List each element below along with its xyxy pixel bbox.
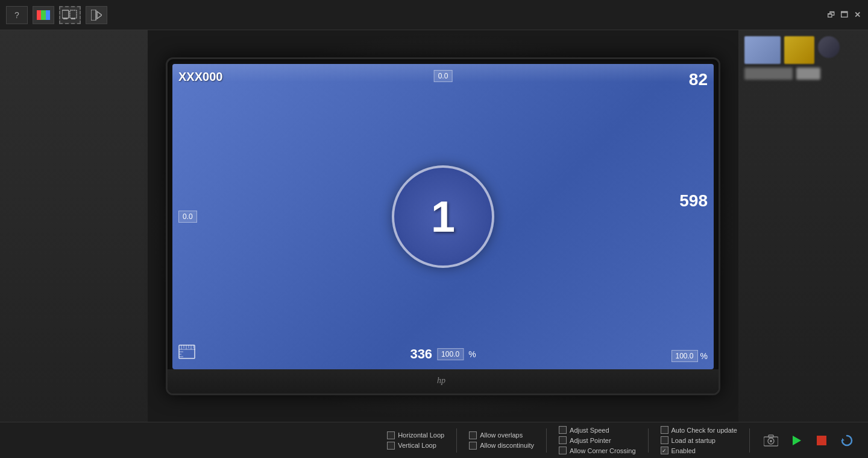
- startup-section: Auto Check for update Load at startup ✓ …: [661, 426, 737, 454]
- action-buttons: [762, 431, 856, 450]
- titlebar: ? 🗗 🗖 ✕: [0, 0, 868, 30]
- svg-marker-25: [793, 436, 801, 445]
- svg-rect-7: [91, 10, 96, 21]
- thumbnail-4: [744, 68, 793, 80]
- divider-3: [648, 428, 649, 453]
- load-at-startup-checkbox[interactable]: [661, 436, 668, 444]
- horizontal-loop-label: Horizontal Loop: [398, 431, 444, 439]
- allow-overlaps-checkbox[interactable]: [469, 431, 477, 439]
- svg-marker-27: [842, 438, 844, 441]
- vertical-loop-item: Vertical Loop: [387, 442, 444, 450]
- thumbnail-3: [818, 36, 840, 58]
- allow-corner-crossing-checkbox[interactable]: [559, 447, 567, 454]
- question-icon[interactable]: ?: [6, 6, 28, 24]
- thumbnail-5: [796, 68, 820, 80]
- loop-section: Horizontal Loop Vertical Loop: [387, 431, 444, 450]
- svg-rect-2: [46, 10, 50, 20]
- play-button[interactable]: [787, 431, 805, 450]
- svg-point-24: [770, 440, 772, 442]
- adjust-pointer-checkbox[interactable]: [559, 436, 567, 444]
- enabled-label: Enabled: [671, 447, 696, 454]
- thumbnail-2: [784, 36, 814, 64]
- vertical-loop-checkbox[interactable]: [387, 442, 395, 450]
- svg-rect-0: [37, 10, 41, 20]
- svg-rect-5: [70, 10, 77, 18]
- toolbar-icons: ?: [6, 6, 107, 24]
- allow-discontinuity-checkbox[interactable]: [469, 442, 477, 450]
- screen-right-input: 100.0: [671, 350, 698, 362]
- screen-right-symbol: %: [700, 351, 708, 361]
- load-at-startup-item: Load at startup: [661, 436, 737, 444]
- screen-id-label: XXX000: [178, 70, 222, 84]
- auto-check-update-label: Auto Check for update: [671, 427, 737, 434]
- auto-check-update-checkbox[interactable]: [661, 426, 668, 434]
- overlap-section: Allow overlaps Allow discontinuity: [469, 431, 534, 450]
- dual-monitor-icon[interactable]: [59, 6, 81, 24]
- window-controls: 🗗 🗖 ✕: [826, 10, 862, 20]
- adjust-pointer-item: Adjust Pointer: [559, 436, 635, 444]
- main-area: XXX000 0.0 82 0.0 1 598 100.0 %: [0, 30, 868, 422]
- screen-bottom-input: 100.0: [437, 348, 464, 360]
- enabled-checkbox[interactable]: ✓: [661, 447, 668, 454]
- screen-bottom-center-group: 336 100.0 %: [410, 346, 476, 362]
- thumbnail-row-1: [744, 36, 862, 64]
- auto-check-update-item: Auto Check for update: [661, 426, 737, 434]
- screen-top-center-value: 0.0: [434, 70, 453, 82]
- horizontal-loop-checkbox[interactable]: [387, 431, 395, 439]
- thumbnail-1: [744, 36, 781, 64]
- allow-discontinuity-label: Allow discontinuity: [480, 442, 534, 449]
- monitor-color-icon[interactable]: [33, 6, 54, 24]
- svg-rect-1: [41, 10, 46, 20]
- thumbnail-row-2: [744, 68, 862, 80]
- screen-circle-number: 1: [431, 192, 455, 241]
- monitor-bottom-bezel: hp: [168, 369, 719, 393]
- svg-text:hp: hp: [437, 376, 445, 385]
- allow-overlaps-item: Allow overlaps: [469, 431, 534, 439]
- monitor-brand-logo: hp: [436, 375, 450, 387]
- screen-right-middle-value: 598: [679, 191, 708, 211]
- adjust-pointer-label: Adjust Pointer: [570, 437, 611, 444]
- divider-2: [546, 428, 547, 453]
- right-thumb-area: [738, 30, 868, 89]
- screen-top-right-value: 82: [689, 70, 708, 89]
- svg-rect-6: [71, 18, 75, 19]
- screen-bottom-number: 336: [410, 346, 432, 362]
- camera-icon[interactable]: [762, 431, 780, 450]
- divider-1: [456, 428, 457, 453]
- left-sidebar: [0, 30, 148, 422]
- allow-discontinuity-item: Allow discontinuity: [469, 442, 534, 450]
- center-area: XXX000 0.0 82 0.0 1 598 100.0 %: [148, 30, 738, 422]
- vertical-loop-label: Vertical Loop: [398, 442, 436, 449]
- screen-ruler-icon: [178, 345, 195, 362]
- horizontal-loop-item: Horizontal Loop: [387, 431, 444, 439]
- adjust-speed-checkbox[interactable]: [559, 426, 567, 434]
- screen-center-circle: 1: [392, 165, 494, 268]
- load-at-startup-label: Load at startup: [671, 437, 715, 444]
- screen-right-bottom-group: 100.0 %: [671, 350, 708, 362]
- stop-button[interactable]: [813, 431, 831, 450]
- monitor-screen: XXX000 0.0 82 0.0 1 598 100.0 %: [172, 64, 714, 369]
- monitor-frame: XXX000 0.0 82 0.0 1 598 100.0 %: [166, 57, 720, 395]
- svg-rect-23: [769, 435, 773, 437]
- bottombar: Horizontal Loop Vertical Loop Allow over…: [0, 422, 868, 458]
- close-button[interactable]: ✕: [852, 10, 862, 20]
- maximize-button[interactable]: 🗖: [839, 10, 849, 20]
- right-sidebar: [738, 30, 868, 422]
- svg-rect-4: [63, 18, 68, 19]
- refresh-button[interactable]: [838, 431, 856, 450]
- screen-bottom-symbol: %: [468, 349, 476, 359]
- allow-corner-crossing-label: Allow Corner Crossing: [570, 447, 635, 454]
- adjust-speed-label: Adjust Speed: [570, 427, 609, 434]
- svg-rect-3: [62, 10, 69, 18]
- divider-4: [749, 428, 750, 453]
- svg-rect-26: [817, 436, 826, 445]
- svg-marker-8: [97, 11, 102, 19]
- allow-corner-crossing-item: Allow Corner Crossing: [559, 447, 635, 454]
- enabled-item: ✓ Enabled: [661, 447, 737, 454]
- speed-section: Adjust Speed Adjust Pointer Allow Corner…: [559, 426, 635, 454]
- restore-button[interactable]: 🗗: [826, 10, 835, 20]
- play-icon[interactable]: [86, 6, 107, 24]
- adjust-speed-item: Adjust Speed: [559, 426, 635, 434]
- allow-overlaps-label: Allow overlaps: [480, 431, 523, 439]
- screen-mid-left-value: 0.0: [178, 211, 197, 223]
